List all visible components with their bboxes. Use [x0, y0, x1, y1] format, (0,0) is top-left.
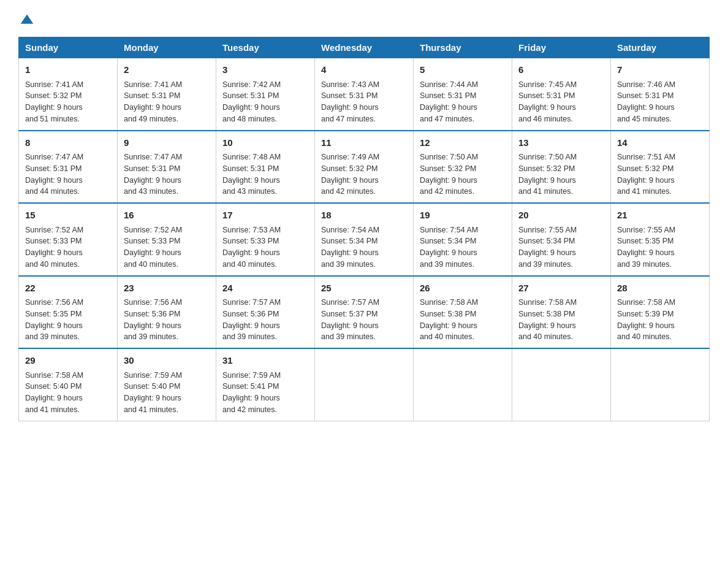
- calendar-cell: 9Sunrise: 7:47 AMSunset: 5:31 PMDaylight…: [118, 131, 216, 204]
- daylight-info: Daylight: 9 hours: [222, 321, 280, 330]
- sunrise-info: Sunrise: 7:58 AM: [420, 298, 478, 307]
- day-number: 4: [321, 63, 407, 77]
- sunset-info: Sunset: 5:33 PM: [124, 237, 180, 245]
- calendar-table: SundayMondayTuesdayWednesdayThursdayFrid…: [18, 37, 710, 421]
- sunset-info: Sunset: 5:39 PM: [617, 310, 673, 318]
- calendar-cell: 4Sunrise: 7:43 AMSunset: 5:31 PMDaylight…: [315, 58, 414, 131]
- day-number: 25: [321, 282, 407, 296]
- daylight-info: Daylight: 9 hours: [222, 248, 280, 257]
- daylight-mins: and 40 minutes.: [25, 260, 80, 269]
- daylight-mins: and 39 minutes.: [222, 332, 277, 341]
- sunset-info: Sunset: 5:41 PM: [222, 382, 279, 391]
- daylight-info: Daylight: 9 hours: [321, 103, 379, 112]
- day-number: 6: [518, 63, 604, 77]
- daylight-mins: and 39 minutes.: [420, 260, 474, 269]
- daylight-mins: and 39 minutes.: [321, 260, 376, 269]
- daylight-info: Daylight: 9 hours: [617, 176, 675, 185]
- day-number: 27: [518, 282, 604, 296]
- calendar-cell: 23Sunrise: 7:56 AMSunset: 5:36 PMDayligh…: [118, 276, 216, 349]
- day-number: 1: [25, 63, 111, 77]
- daylight-mins: and 46 minutes.: [518, 115, 573, 123]
- day-number: 22: [25, 282, 111, 296]
- sunrise-info: Sunrise: 7:54 AM: [420, 226, 478, 234]
- sunrise-info: Sunrise: 7:58 AM: [518, 298, 577, 307]
- day-number: 16: [124, 209, 210, 223]
- day-number: 31: [222, 354, 308, 368]
- sunset-info: Sunset: 5:34 PM: [321, 237, 377, 245]
- sunset-info: Sunset: 5:32 PM: [518, 164, 575, 173]
- daylight-info: Daylight: 9 hours: [617, 103, 675, 112]
- sunset-info: Sunset: 5:40 PM: [124, 382, 180, 391]
- daylight-info: Daylight: 9 hours: [222, 103, 280, 112]
- calendar-week-row: 8Sunrise: 7:47 AMSunset: 5:31 PMDaylight…: [19, 131, 710, 204]
- daylight-mins: and 39 minutes.: [25, 332, 80, 341]
- sunset-info: Sunset: 5:32 PM: [25, 91, 82, 100]
- day-number: 8: [25, 136, 111, 150]
- sunset-info: Sunset: 5:38 PM: [518, 310, 575, 318]
- sunset-info: Sunset: 5:31 PM: [617, 91, 673, 100]
- calendar-cell: 14Sunrise: 7:51 AMSunset: 5:32 PMDayligh…: [611, 131, 710, 204]
- sunset-info: Sunset: 5:34 PM: [518, 237, 575, 245]
- daylight-info: Daylight: 9 hours: [25, 248, 83, 257]
- sunrise-info: Sunrise: 7:52 AM: [124, 226, 182, 234]
- daylight-mins: and 40 minutes.: [617, 332, 672, 341]
- daylight-mins: and 42 minutes.: [321, 187, 376, 196]
- daylight-mins: and 43 minutes.: [124, 187, 178, 196]
- calendar-cell: 11Sunrise: 7:49 AMSunset: 5:32 PMDayligh…: [315, 131, 414, 204]
- calendar-cell: [611, 348, 710, 421]
- sunrise-info: Sunrise: 7:41 AM: [25, 80, 83, 89]
- daylight-info: Daylight: 9 hours: [124, 176, 181, 185]
- header-wednesday: Wednesday: [315, 37, 414, 58]
- daylight-mins: and 42 minutes.: [222, 405, 277, 414]
- sunrise-info: Sunrise: 7:58 AM: [25, 371, 83, 380]
- daylight-info: Daylight: 9 hours: [321, 321, 379, 330]
- daylight-info: Daylight: 9 hours: [321, 176, 379, 185]
- sunrise-info: Sunrise: 7:45 AM: [518, 80, 577, 89]
- sunset-info: Sunset: 5:31 PM: [222, 91, 279, 100]
- daylight-mins: and 48 minutes.: [222, 115, 277, 123]
- header-monday: Monday: [118, 37, 216, 58]
- day-number: 15: [25, 209, 111, 223]
- sunset-info: Sunset: 5:35 PM: [25, 310, 82, 318]
- calendar-week-row: 1Sunrise: 7:41 AMSunset: 5:32 PMDaylight…: [19, 58, 710, 131]
- header-friday: Friday: [512, 37, 611, 58]
- sunrise-info: Sunrise: 7:46 AM: [617, 80, 675, 89]
- sunset-info: Sunset: 5:31 PM: [124, 164, 180, 173]
- calendar-cell: 3Sunrise: 7:42 AMSunset: 5:31 PMDaylight…: [216, 58, 315, 131]
- sunset-info: Sunset: 5:36 PM: [222, 310, 279, 318]
- sunrise-info: Sunrise: 7:51 AM: [617, 153, 675, 161]
- daylight-mins: and 47 minutes.: [420, 115, 474, 123]
- calendar-cell: 1Sunrise: 7:41 AMSunset: 5:32 PMDaylight…: [19, 58, 118, 131]
- calendar-cell: 24Sunrise: 7:57 AMSunset: 5:36 PMDayligh…: [216, 276, 315, 349]
- sunset-info: Sunset: 5:35 PM: [617, 237, 673, 245]
- daylight-mins: and 40 minutes.: [518, 332, 573, 341]
- day-number: 12: [420, 136, 506, 150]
- sunset-info: Sunset: 5:36 PM: [124, 310, 180, 318]
- day-number: 7: [617, 63, 703, 77]
- sunrise-info: Sunrise: 7:47 AM: [25, 153, 83, 161]
- sunset-info: Sunset: 5:32 PM: [420, 164, 476, 173]
- daylight-info: Daylight: 9 hours: [25, 176, 83, 185]
- sunset-info: Sunset: 5:40 PM: [25, 382, 82, 391]
- daylight-info: Daylight: 9 hours: [420, 103, 477, 112]
- daylight-info: Daylight: 9 hours: [124, 394, 181, 402]
- daylight-info: Daylight: 9 hours: [617, 248, 675, 257]
- sunset-info: Sunset: 5:31 PM: [124, 91, 180, 100]
- day-number: 26: [420, 282, 506, 296]
- sunset-info: Sunset: 5:32 PM: [617, 164, 673, 173]
- sunrise-info: Sunrise: 7:50 AM: [518, 153, 577, 161]
- daylight-mins: and 41 minutes.: [518, 187, 573, 196]
- calendar-cell: 20Sunrise: 7:55 AMSunset: 5:34 PMDayligh…: [512, 203, 611, 276]
- calendar-cell: 2Sunrise: 7:41 AMSunset: 5:31 PMDaylight…: [118, 58, 216, 131]
- daylight-info: Daylight: 9 hours: [124, 248, 181, 257]
- sunrise-info: Sunrise: 7:58 AM: [617, 298, 675, 307]
- calendar-cell: 12Sunrise: 7:50 AMSunset: 5:32 PMDayligh…: [414, 131, 512, 204]
- sunset-info: Sunset: 5:38 PM: [420, 310, 476, 318]
- sunrise-info: Sunrise: 7:41 AM: [124, 80, 182, 89]
- sunrise-info: Sunrise: 7:55 AM: [617, 226, 675, 234]
- sunrise-info: Sunrise: 7:52 AM: [25, 226, 83, 234]
- calendar-cell: 17Sunrise: 7:53 AMSunset: 5:33 PMDayligh…: [216, 203, 315, 276]
- calendar-week-row: 29Sunrise: 7:58 AMSunset: 5:40 PMDayligh…: [19, 348, 710, 421]
- sunrise-info: Sunrise: 7:56 AM: [25, 298, 83, 307]
- daylight-info: Daylight: 9 hours: [222, 176, 280, 185]
